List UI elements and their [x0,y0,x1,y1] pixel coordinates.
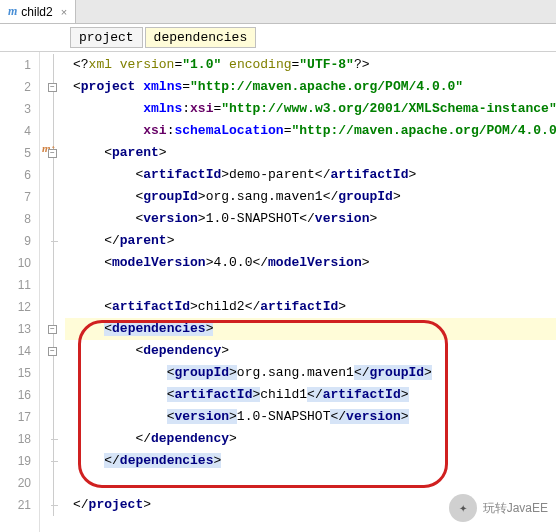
fold-end-icon [51,439,58,440]
code-area[interactable]: <?xml version="1.0" encoding="UTF-8"?><p… [65,52,556,532]
breadcrumb: project dependencies [0,24,556,52]
code-line[interactable]: <artifactId>demo-parent</artifactId> [65,164,556,186]
line-number: 3 [0,98,39,120]
line-number: 9 [0,230,39,252]
fold-cell: − [40,318,65,340]
line-number: 14 [0,340,39,362]
fold-cell [40,494,65,516]
line-number: 20 [0,472,39,494]
breadcrumb-root[interactable]: project [70,27,143,48]
line-number: 19 [0,450,39,472]
code-line[interactable]: <dependency> [65,340,556,362]
fold-collapse-icon[interactable]: − [48,347,57,356]
fold-cell [40,406,65,428]
tab-bar: m child2 × [0,0,556,24]
code-line[interactable]: xsi:schemaLocation="http://maven.apache.… [65,120,556,142]
line-number: 17 [0,406,39,428]
line-number: 6 [0,164,39,186]
code-line[interactable]: <groupId>org.sang.maven1</groupId> [65,186,556,208]
watermark-text: 玩转JavaEE [483,500,548,517]
close-icon[interactable]: × [61,6,67,18]
fold-cell [40,98,65,120]
fold-end-icon [51,241,58,242]
fold-cell [40,230,65,252]
fold-cell [40,384,65,406]
code-line[interactable]: </parent> [65,230,556,252]
code-line[interactable]: <artifactId>child1</artifactId> [65,384,556,406]
code-line[interactable]: </dependency> [65,428,556,450]
fold-cell [40,164,65,186]
wechat-icon: ✦ [449,494,477,522]
code-line[interactable]: <?xml version="1.0" encoding="UTF-8"?> [65,54,556,76]
line-number: 18 [0,428,39,450]
fold-collapse-icon[interactable]: − [48,149,57,158]
fold-cell [40,428,65,450]
fold-collapse-icon[interactable]: − [48,325,57,334]
line-number: 10 [0,252,39,274]
watermark: ✦ 玩转JavaEE [449,494,548,522]
code-line[interactable] [65,472,556,494]
line-number: 4 [0,120,39,142]
line-number: 11 [0,274,39,296]
line-number: 15 [0,362,39,384]
line-number: 8 [0,208,39,230]
editor[interactable]: 123456789101112131415161718192021 −−−− <… [0,52,556,532]
fold-cell [40,274,65,296]
line-number: 16 [0,384,39,406]
fold-cell [40,120,65,142]
line-number: 5 [0,142,39,164]
fold-cell [40,296,65,318]
code-line[interactable]: <version>1.0-SNAPSHOT</version> [65,208,556,230]
code-line[interactable]: <groupId>org.sang.maven1</groupId> [65,362,556,384]
code-line[interactable]: <parent> [65,142,556,164]
line-gutter: 123456789101112131415161718192021 [0,52,40,532]
code-line[interactable]: <version>1.0-SNAPSHOT</version> [65,406,556,428]
fold-cell [40,362,65,384]
tab-label: child2 [21,5,52,19]
line-number: 13 [0,318,39,340]
fold-cell [40,186,65,208]
code-line[interactable]: <modelVersion>4.0.0</modelVersion> [65,252,556,274]
fold-end-icon [51,505,58,506]
fold-collapse-icon[interactable]: − [48,83,57,92]
code-line[interactable]: </dependencies> [65,450,556,472]
code-line[interactable]: <dependencies> [65,318,556,340]
fold-cell [40,252,65,274]
code-line[interactable]: <project xmlns="http://maven.apache.org/… [65,76,556,98]
breadcrumb-current[interactable]: dependencies [145,27,257,48]
line-number: 7 [0,186,39,208]
code-line[interactable]: xmlns:xsi="http://www.w3.org/2001/XMLSch… [65,98,556,120]
line-number: 2 [0,76,39,98]
code-line[interactable] [65,274,556,296]
fold-cell: − [40,340,65,362]
fold-cell [40,54,65,76]
line-number: 12 [0,296,39,318]
code-line[interactable]: <artifactId>child2</artifactId> [65,296,556,318]
line-number: 1 [0,54,39,76]
fold-cell [40,450,65,472]
fold-gutter: −−−− [40,52,65,532]
maven-icon: m [8,4,17,19]
fold-cell [40,208,65,230]
fold-end-icon [51,461,58,462]
file-tab[interactable]: m child2 × [0,0,76,23]
line-number: 21 [0,494,39,516]
fold-cell [40,472,65,494]
fold-cell: − [40,76,65,98]
